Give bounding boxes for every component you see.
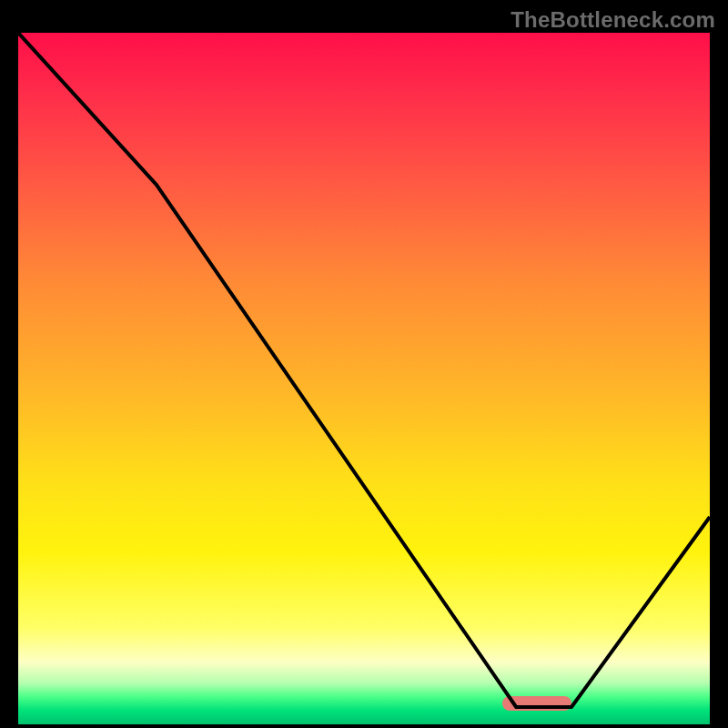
chart-container: TheBottleneck.com xyxy=(0,0,728,728)
plot-area xyxy=(18,33,710,724)
bottleneck-curve-path xyxy=(18,33,710,707)
bottleneck-curve xyxy=(18,33,710,724)
watermark-text: TheBottleneck.com xyxy=(511,7,715,33)
